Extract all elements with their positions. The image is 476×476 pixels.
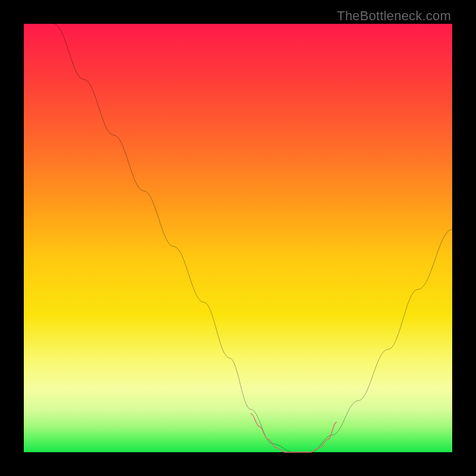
chart-curve-layer	[24, 24, 452, 452]
bottleneck-curve	[54, 24, 452, 452]
watermark-text: TheBottleneck.com	[337, 8, 451, 24]
optimal-range-curve	[251, 414, 337, 452]
chart-frame: TheBottleneck.com	[0, 0, 476, 476]
bottleneck-curve-group	[54, 24, 452, 452]
